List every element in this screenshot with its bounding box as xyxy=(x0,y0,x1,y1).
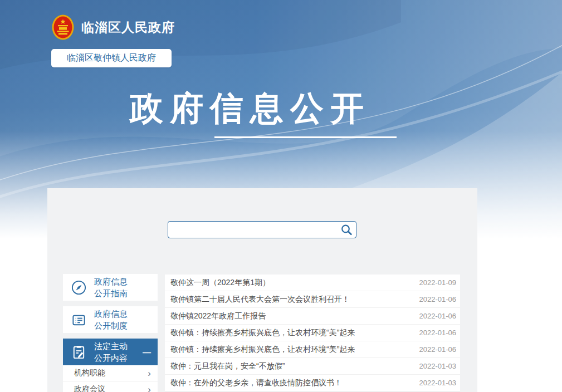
news-title-link[interactable]: 敬仲镇第二十届人民代表大会第一次会议胜利召开！ xyxy=(170,295,350,305)
search-box xyxy=(168,221,356,238)
chevron-right-icon: › xyxy=(148,369,151,378)
sidebar-item-label: 政府信息 公开制度 xyxy=(94,308,128,331)
content-panel: 政府信息 公开指南 政府信息 公开制度 xyxy=(47,188,477,392)
sub-site-button[interactable]: 临淄区敬仲镇人民政府 xyxy=(51,49,172,67)
collapse-minus-glyph: — xyxy=(143,347,151,357)
sidebar-item-gov-info-system[interactable]: 政府信息 公开制度 xyxy=(63,306,158,333)
news-date: 2022-01-06 xyxy=(419,345,457,354)
compass-icon xyxy=(71,280,87,296)
news-title-link[interactable]: 敬仲：元旦我在岗，安全“不放假” xyxy=(170,361,285,371)
news-title-link[interactable]: 敬仲镇2022年政府工作报告 xyxy=(170,311,266,321)
news-date: 2022-01-06 xyxy=(419,312,457,320)
sidebar-submenu: 机构职能 › 政府会议 › xyxy=(63,365,158,392)
sidebar-item-gov-info-guide[interactable]: 政府信息 公开指南 xyxy=(63,274,158,301)
news-row[interactable]: 敬仲镇第二十届人民代表大会第一次会议胜利召开！ 2022-01-06 xyxy=(165,291,460,308)
news-date: 2022-01-09 xyxy=(419,278,457,287)
news-title-link[interactable]: 敬仲镇：持续擦亮乡村振兴底色，让农村环境“美”起来 xyxy=(170,328,355,338)
news-row[interactable]: 敬仲：在外的父老乡亲，请查收疫情防控倡议书！ 2022-01-03 xyxy=(165,375,460,391)
news-row[interactable]: 敬仲这一周（2022年第1期） 2022-01-09 xyxy=(165,275,460,291)
search-button[interactable] xyxy=(337,222,356,238)
news-title-link[interactable]: 敬仲这一周（2022年第1期） xyxy=(170,278,270,288)
chevron-right-icon: › xyxy=(148,385,151,392)
news-title-link[interactable]: 敬仲：在外的父老乡亲，请查收疫情防控倡议书！ xyxy=(170,378,342,388)
national-emblem-icon xyxy=(52,14,74,40)
sidebar: 政府信息 公开指南 政府信息 公开制度 xyxy=(63,274,158,392)
document-lines-icon xyxy=(71,312,87,328)
news-row[interactable]: 敬仲镇2022年政府工作报告 2022-01-06 xyxy=(165,308,460,325)
site-logo-header[interactable]: 临淄区人民政府 xyxy=(52,14,175,40)
sidebar-item-label: 法定主动 公开内容 xyxy=(94,340,128,364)
search-input[interactable] xyxy=(168,222,337,238)
news-title-link[interactable]: 敬仲镇：持续擦亮乡村振兴底色，让农村环境“美”起来 xyxy=(170,345,355,355)
search-icon xyxy=(340,224,353,236)
sidebar-item-statutory-disclosure[interactable]: 法定主动 公开内容 — xyxy=(63,339,158,365)
news-list: 敬仲这一周（2022年第1期） 2022-01-09 敬仲镇第二十届人民代表大会… xyxy=(165,275,460,391)
site-name: 临淄区人民政府 xyxy=(81,19,175,36)
clipboard-pencil-icon xyxy=(71,344,87,360)
news-date: 2022-01-06 xyxy=(419,329,457,337)
submenu-item-org-functions[interactable]: 机构职能 › xyxy=(63,365,158,381)
news-row[interactable]: 敬仲：元旦我在岗，安全“不放假” 2022-01-03 xyxy=(165,358,460,375)
sidebar-item-label: 政府信息 公开指南 xyxy=(94,276,128,299)
news-date: 2022-01-03 xyxy=(419,379,457,387)
news-date: 2022-01-06 xyxy=(419,295,457,303)
news-row[interactable]: 敬仲镇：持续擦亮乡村振兴底色，让农村环境“美”起来 2022-01-06 xyxy=(165,325,460,341)
news-row[interactable]: 敬仲镇：持续擦亮乡村振兴底色，让农村环境“美”起来 2022-01-06 xyxy=(165,341,460,358)
submenu-item-gov-meetings[interactable]: 政府会议 › xyxy=(63,381,158,392)
news-date: 2022-01-03 xyxy=(419,362,457,370)
page-title: 政府信息公开 xyxy=(130,88,370,129)
title-underline xyxy=(214,136,397,138)
